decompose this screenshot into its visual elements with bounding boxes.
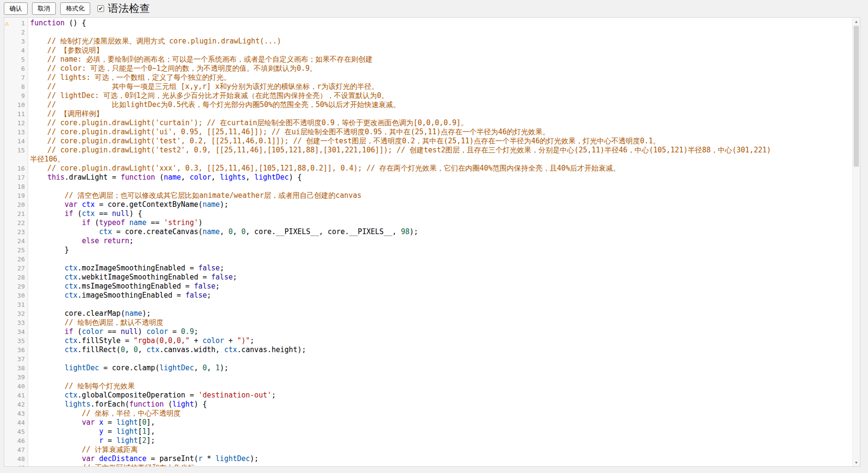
gutter-line — [4, 155, 28, 164]
gutter-line: 33 — [4, 318, 28, 327]
code-line[interactable] — [30, 182, 858, 191]
cancel-button[interactable]: 取消 — [32, 2, 56, 15]
format-button[interactable]: 格式化 — [60, 2, 90, 15]
code-line[interactable]: // 清空色调层；也可以修改成其它层比如animate/weather层，或者用… — [30, 191, 858, 200]
code-line[interactable]: this.drawLight = function (name, color, … — [30, 173, 858, 182]
gutter-line: 15 — [4, 146, 28, 155]
gutter-line: 32 — [4, 309, 28, 318]
code-line[interactable] — [30, 300, 858, 309]
code-line[interactable]: // 绘制色调层，默认不透明度 — [30, 318, 858, 327]
syntax-check-checkbox[interactable]: ✔ — [97, 5, 104, 12]
code-line[interactable]: lightDec = core.clamp(lightDec, 0, 1); — [30, 364, 858, 373]
gutter-line: 10 — [4, 100, 28, 109]
code-line[interactable] — [30, 373, 858, 382]
gutter-line: 21 — [4, 209, 28, 218]
scroll-down-icon[interactable]: ▼ — [853, 459, 860, 466]
code-line[interactable]: ctx.fillRect(0, 0, ctx.canvas.width, ctx… — [30, 345, 858, 355]
gutter-line: 20 — [4, 200, 28, 209]
code-line[interactable] — [30, 255, 858, 264]
toolbar: 确认 取消 格式化 ✔ 语法检查 — [0, 0, 868, 17]
gutter-line: 47 — [4, 445, 28, 454]
gutter-line: 25 — [4, 246, 28, 255]
code-line[interactable]: // core.plugin.drawLight('test2', 0.9, [… — [30, 146, 858, 155]
gutter-line: 7 — [4, 73, 28, 82]
gutter-line: 22 — [4, 218, 28, 227]
code-line[interactable]: ctx.msImageSmoothingEnabled = false; — [30, 282, 858, 291]
gutter-line: 17 — [4, 173, 28, 182]
code-line[interactable]: } — [30, 246, 858, 255]
gutter-line: 45 — [4, 427, 28, 436]
gutter-line: 3 — [4, 37, 28, 46]
gutter-line: 9 — [4, 91, 28, 100]
code-line[interactable]: 半径106。 — [30, 155, 858, 164]
code-line[interactable]: else return; — [30, 236, 858, 246]
gutter-line: 4 — [4, 46, 28, 55]
scrollbar-thumb[interactable] — [854, 26, 859, 167]
code-line[interactable]: // 【调用样例】 — [30, 109, 858, 118]
gutter-line: 40 — [4, 382, 28, 391]
gutter-line: 6 — [4, 64, 28, 73]
editor-gutter: ⚠123456789101112131415161718192021222324… — [4, 18, 28, 466]
code-line[interactable]: // name: 必填，要绘制到的画布名；可以是一个系统画布，或者是个自定义画布… — [30, 55, 858, 64]
gutter-line: 26 — [4, 255, 28, 264]
gutter-line: 43 — [4, 409, 28, 418]
gutter-line: 42 — [4, 400, 28, 409]
code-line[interactable]: lights.forEach(function (light) { — [30, 400, 858, 409]
code-line[interactable]: // core.plugin.drawLight('ui', 0.95, [[2… — [30, 128, 858, 137]
code-line[interactable]: core.clearMap(name); — [30, 309, 858, 318]
code-line[interactable]: ctx = core.createCanvas(name, 0, 0, core… — [30, 227, 858, 236]
code-line[interactable]: // color: 可选，只能是一个0~1之间的数，为不透明度的值。不填则默认为… — [30, 64, 858, 73]
scroll-up-icon[interactable]: ▲ — [853, 18, 860, 25]
code-line[interactable]: // 正方形区域的直径和左上角坐标 — [30, 463, 858, 466]
code-line[interactable]: // 比如lightDec为0.5代表，每个灯光部分内圈50%的范围全亮，50%… — [30, 100, 858, 109]
gutter-line: 5 — [4, 55, 28, 64]
syntax-check-label: 语法检查 — [108, 1, 150, 16]
code-lines[interactable]: function () { // 绘制灯光/漆黑层效果。调用方式 core.pl… — [28, 18, 860, 466]
gutter-line: 2 — [4, 28, 28, 37]
code-line[interactable]: if (ctx == null) { — [30, 209, 858, 218]
vertical-scrollbar[interactable]: ▲ ▼ — [852, 18, 860, 466]
gutter-line: 23 — [4, 227, 28, 236]
code-line[interactable]: // core.plugin.drawLight('curtain'); // … — [30, 118, 858, 128]
gutter-line: 27 — [4, 264, 28, 273]
gutter-line: 46 — [4, 436, 28, 445]
code-line[interactable]: r = light[2]; — [30, 436, 858, 445]
gutter-line: 24 — [4, 236, 28, 246]
code-line[interactable]: ctx.imageSmoothingEnabled = false; — [30, 291, 858, 300]
code-line[interactable]: // 【参数说明】 — [30, 46, 858, 55]
code-line[interactable]: // 绘制每个灯光效果 — [30, 382, 858, 391]
confirm-button[interactable]: 确认 — [4, 2, 28, 15]
gutter-line: 49 — [4, 463, 28, 466]
code-line[interactable]: // lightDec: 可选，0到1之间，光从多少百分比才开始衰减（在此范围内… — [30, 91, 858, 100]
gutter-line: 29 — [4, 282, 28, 291]
code-line[interactable] — [30, 355, 858, 364]
code-line[interactable]: var decDistance = parseInt(r * lightDec)… — [30, 454, 858, 463]
syntax-check-toggle[interactable]: ✔ 语法检查 — [97, 1, 150, 16]
code-line[interactable]: var x = light[0], — [30, 418, 858, 427]
code-line[interactable]: ctx.fillStyle = "rgba(0,0,0," + color + … — [30, 336, 858, 345]
code-line[interactable]: // core.plugin.drawLight('test', 0.2, [[… — [30, 137, 858, 146]
code-line[interactable] — [30, 28, 858, 37]
gutter-line: 14 — [4, 137, 28, 146]
gutter-line: 18 — [4, 182, 28, 191]
code-line[interactable]: // 坐标，半径，中心不透明度 — [30, 409, 858, 418]
gutter-line: 16 — [4, 164, 28, 173]
gutter-line: 38 — [4, 364, 28, 373]
code-line[interactable]: // 计算衰减距离 — [30, 445, 858, 454]
warning-icon: ⚠ — [5, 19, 9, 28]
code-editor[interactable]: ⚠123456789101112131415161718192021222324… — [4, 17, 860, 467]
code-line[interactable]: ctx.globalCompositeOperation = 'destinat… — [30, 391, 858, 400]
code-line[interactable]: // 其中每一项是三元组 [x,y,r] x和y分别为该灯光的横纵坐标，r为该灯… — [30, 82, 858, 91]
code-line[interactable]: if (color == null) color = 0.9; — [30, 327, 858, 336]
code-line[interactable]: ctx.mozImageSmoothingEnabled = false; — [30, 264, 858, 273]
code-line[interactable]: y = light[1], — [30, 427, 858, 436]
code-line[interactable]: // lights: 可选，一个数组，定义了每个独立的灯光。 — [30, 73, 858, 82]
code-line[interactable]: // 绘制灯光/漆黑层效果。调用方式 core.plugin.drawLight… — [30, 37, 858, 46]
code-line[interactable]: ctx.webkitImageSmoothingEnabled = false; — [30, 273, 858, 282]
code-line[interactable]: // core.plugin.drawLight('xxx', 0.3, [[2… — [30, 164, 858, 173]
gutter-line: 13 — [4, 128, 28, 137]
code-line[interactable]: var ctx = core.getContextByName(name); — [30, 200, 858, 209]
gutter-line: 11 — [4, 109, 28, 118]
code-line[interactable]: if (typeof name == 'string') — [30, 218, 858, 227]
code-line[interactable]: function () { — [30, 19, 858, 28]
